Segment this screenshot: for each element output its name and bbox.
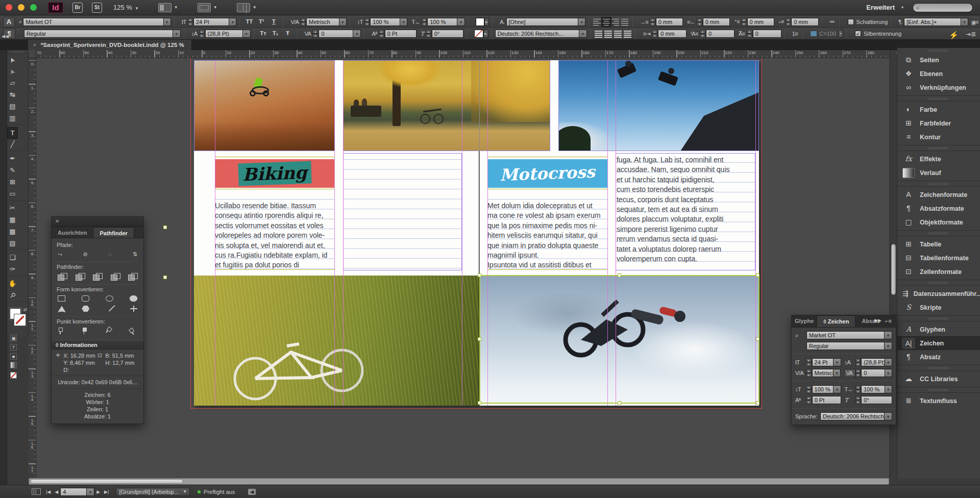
info-panel-header[interactable]: ◊ Informationen — [52, 340, 143, 350]
vertical-scale-dropdown[interactable]: ▼ — [400, 18, 407, 26]
content-placer-tool[interactable]: ▥ — [7, 113, 18, 124]
photo-motocross-jumpers[interactable] — [558, 60, 759, 151]
zoom-level-dropdown[interactable]: 125 %▼ — [113, 4, 139, 11]
smooth-point-icon[interactable] — [104, 326, 115, 336]
vertical-scale-stepper[interactable]: ▲▼ — [364, 18, 370, 26]
frame-tool[interactable]: ⊠ — [7, 177, 18, 188]
workspace-switcher[interactable]: Erweitert — [866, 4, 895, 11]
kerning-field[interactable]: Metrisch — [306, 18, 339, 26]
selection-handle[interactable] — [163, 276, 167, 279]
eyedropper-tool[interactable]: ✑ — [7, 264, 18, 276]
zp-vscale-dropdown[interactable]: ▼ — [834, 385, 841, 393]
zp-size-stepper[interactable]: ▲▼ — [806, 358, 812, 366]
drop-cap-lines-stepper[interactable]: ▲▼ — [700, 30, 705, 38]
leading-field[interactable]: (28,8 Pt) — [205, 30, 243, 38]
zp-language-field[interactable]: Deutsch: 2006 Rechtschreibr... — [820, 412, 885, 420]
selection-handle[interactable] — [478, 273, 481, 277]
align-center-button[interactable] — [603, 18, 610, 26]
dock-group-separator[interactable] — [897, 95, 980, 102]
page-number-dropdown[interactable]: ▼ — [87, 488, 94, 496]
dock-item-cc-libraries[interactable]: ☁CC Libraries — [897, 372, 980, 386]
font-size-dropdown[interactable]: ▼ — [229, 18, 236, 26]
document-canvas[interactable]: Biking Motocross Ucillabo resende bitiae… — [29, 50, 889, 479]
tab-ausrichten[interactable]: Ausrichten — [52, 227, 93, 238]
right-indent-stepper[interactable]: ▲▼ — [697, 18, 702, 26]
corner-point-icon[interactable] — [82, 328, 90, 335]
drop-cap-lines-field[interactable]: 0 — [706, 30, 734, 38]
convert-rectangle-icon[interactable] — [58, 295, 65, 302]
pen-tool[interactable]: ✒ — [7, 153, 18, 165]
superscript-button[interactable]: T¹ — [256, 17, 267, 27]
convert-ellipse-icon[interactable] — [106, 295, 113, 302]
right-indent-field[interactable]: 0 mm — [703, 18, 730, 26]
dock-item-datenzusammenf-hr-[interactable]: ⇶Datenzusammenführ... — [897, 287, 980, 301]
collapse-arrows-icon[interactable]: ◀◀ — [2, 34, 9, 39]
first-line-indent-stepper[interactable]: ▲▼ — [652, 30, 657, 38]
dock-item-effekte[interactable]: fxEffekte — [897, 152, 980, 166]
zp-leading-stepper[interactable]: ▲▼ — [855, 358, 861, 366]
font-style-field[interactable]: Regular — [24, 30, 173, 38]
dock-item-skripte[interactable]: SSkripte — [897, 301, 980, 314]
stock-button[interactable]: St — [92, 3, 102, 13]
exclude-overlap-icon[interactable] — [111, 273, 120, 280]
justify-button[interactable] — [621, 18, 628, 26]
gradient-feather-tool[interactable]: ▨ — [7, 238, 18, 250]
tracking-field[interactable]: 0 — [318, 30, 353, 38]
skew-field[interactable]: 0° — [432, 30, 463, 38]
page-grid-icon[interactable] — [32, 488, 41, 495]
biking-headline-selected-text[interactable]: Biking — [238, 161, 311, 186]
document-tab[interactable]: ×*Saxoprint_Sportverein_DVD-booklet.indd… — [28, 40, 192, 50]
shading-checkbox[interactable] — [848, 19, 853, 25]
horizontal-scrollbar[interactable] — [29, 478, 889, 485]
selection-handle[interactable] — [163, 226, 167, 229]
dock-item-textumfluss[interactable]: ≣Textumfluss — [897, 394, 980, 408]
zp-font-field[interactable]: Market OT — [806, 331, 885, 339]
strikethrough-button[interactable]: Ŧ — [282, 29, 293, 38]
drop-cap-chars-field[interactable]: 0 — [753, 30, 781, 38]
minus-back-icon[interactable] — [128, 273, 137, 280]
zp-skew-field[interactable]: 0° — [861, 396, 892, 404]
swap-fill-stroke-icon[interactable]: ⇄ — [23, 307, 27, 312]
font-family-dropdown[interactable]: ▼ — [164, 18, 171, 26]
zp-hscale-dropdown[interactable]: ▼ — [885, 385, 892, 393]
view-options-button[interactable] — [158, 3, 172, 12]
zp-skew-stepper[interactable]: ▲▼ — [855, 396, 861, 404]
first-page-button[interactable]: |◀ — [46, 489, 51, 494]
zp-vscale-stepper[interactable]: ▲▼ — [806, 385, 812, 393]
dock-grip[interactable] — [897, 48, 980, 53]
first-line-indent-field[interactable]: 0 mm — [658, 30, 687, 38]
apply-none-button[interactable] — [10, 372, 17, 379]
dock-group-separator[interactable] — [897, 387, 980, 393]
dock-group-separator[interactable] — [897, 230, 980, 236]
arrange-documents-button[interactable] — [237, 3, 250, 12]
zp-style-dropdown[interactable]: ▼ — [885, 342, 892, 350]
language-dropdown[interactable]: ▼ — [579, 30, 587, 38]
empty-text-column[interactable] — [343, 153, 462, 270]
panel-expand-icon[interactable]: ▶▶ — [874, 318, 881, 323]
apply-gradient-button[interactable] — [10, 362, 17, 368]
photo-autumn-lake[interactable] — [343, 60, 550, 151]
convert-polygon-icon[interactable] — [130, 295, 137, 302]
intersect-shapes-icon[interactable] — [93, 273, 102, 280]
font-style-dropdown[interactable]: ▼ — [173, 30, 181, 38]
zp-size-field[interactable]: 24 Pt — [812, 358, 834, 366]
dock-group-separator[interactable] — [897, 365, 980, 371]
all-caps-button[interactable]: TT — [243, 17, 255, 27]
note-tool[interactable]: ❏ — [7, 252, 18, 264]
zp-baseline-stepper[interactable]: ▲▼ — [806, 396, 812, 404]
selection-handle[interactable] — [478, 401, 481, 405]
close-path-icon[interactable]: ◌ — [109, 251, 112, 258]
zp-size-dropdown[interactable]: ▼ — [834, 358, 841, 366]
justify-vertical-button[interactable] — [624, 30, 631, 37]
page-number-field[interactable]: 4 — [60, 488, 87, 496]
tab-absatz[interactable]: Absatz — [855, 315, 886, 327]
dock-group-separator[interactable] — [897, 315, 980, 321]
paragraph-style-dropdown[interactable]: ▼ — [961, 18, 968, 26]
zp-baseline-field[interactable]: 0 Pt — [812, 396, 841, 404]
next-page-button[interactable]: ▶ — [96, 489, 100, 494]
gradient-tool[interactable]: ▩ — [7, 226, 18, 238]
character-style-dropdown[interactable]: ▼ — [578, 18, 585, 26]
paragraph-style-field[interactable]: [Einf. Abs.]+ — [904, 18, 961, 26]
space-after-stepper[interactable]: ▲▼ — [786, 18, 791, 26]
dock-item-zeichen[interactable]: A|Zeichen — [897, 336, 980, 350]
